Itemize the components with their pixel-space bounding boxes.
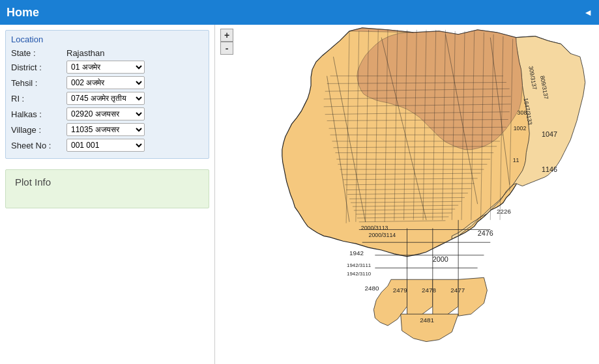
- app: Home ◄ Location State : Rajasthan Distri…: [0, 0, 599, 364]
- plot-1047: 1047: [542, 130, 557, 138]
- header: Home ◄: [0, 0, 599, 25]
- map-svg: 1047 1146 809/3137 309/3137 1647/3133 30…: [215, 25, 599, 364]
- sheet-row: Sheet No : 001 001: [11, 139, 203, 152]
- ri-label: RI :: [11, 94, 66, 104]
- state-row: State : Rajasthan: [11, 48, 203, 58]
- state-value: Rajasthan: [66, 48, 105, 58]
- zoom-in-button[interactable]: +: [220, 29, 233, 42]
- state-label: State :: [11, 48, 66, 58]
- map-area[interactable]: + -: [215, 25, 599, 364]
- plot-info-label: Plot Info: [15, 176, 199, 188]
- tehsil-label: Tehsil :: [11, 78, 66, 88]
- plot-2000-3114: 2000/3114: [369, 232, 396, 238]
- plot-2000: 2000: [433, 255, 448, 263]
- village-label: Village :: [11, 125, 66, 135]
- map-controls: + -: [220, 29, 233, 55]
- sidebar: Location State : Rajasthan District : 01…: [0, 25, 215, 364]
- main-content: Location State : Rajasthan District : 01…: [0, 25, 599, 364]
- tehsil-row: Tehsil : 002 अजमेर: [11, 76, 203, 89]
- plot-11x: 11: [513, 157, 519, 163]
- plot-2000-3113: 2000/3113: [361, 225, 388, 231]
- sheet-select[interactable]: 001 001: [66, 139, 145, 152]
- plot-2478: 2478: [422, 287, 436, 294]
- halkas-row: Halkas : 02920 अजयसर: [11, 107, 203, 120]
- district-select[interactable]: 01 अजमेर: [66, 61, 145, 74]
- header-title: Home: [7, 6, 39, 20]
- plot-2479: 2479: [393, 287, 407, 294]
- ri-select[interactable]: 0745 अजमेर तृतीय: [66, 92, 145, 105]
- location-label: Location: [11, 35, 203, 44]
- plot-2477: 2477: [450, 287, 465, 294]
- tehsil-select[interactable]: 002 अजमेर: [66, 76, 145, 89]
- halkas-label: Halkas :: [11, 109, 66, 119]
- plot-2226: 2226: [497, 208, 511, 215]
- sheet-label: Sheet No :: [11, 141, 66, 150]
- plot-1942: 1942: [349, 249, 364, 257]
- plot-info-section: Plot Info: [5, 169, 209, 208]
- location-section: Location State : Rajasthan District : 01…: [5, 30, 209, 159]
- plot-1942-3110: 1942/3110: [347, 271, 372, 277]
- district-row: District : 01 अजमेर: [11, 61, 203, 74]
- plot-1942-3111: 1942/3111: [347, 262, 371, 268]
- halkas-select[interactable]: 02920 अजयसर: [66, 107, 145, 120]
- zoom-out-button[interactable]: -: [220, 42, 233, 55]
- plot-1002: 1002: [514, 125, 527, 132]
- plot-2480: 2480: [365, 285, 379, 292]
- district-label: District :: [11, 63, 66, 72]
- village-row: Village : 11035 अजयसर: [11, 123, 203, 136]
- plot-1146: 1146: [542, 165, 557, 173]
- collapse-button[interactable]: ◄: [583, 7, 592, 18]
- plot-2481: 2481: [420, 316, 434, 324]
- plot-2476: 2476: [478, 229, 493, 237]
- ri-row: RI : 0745 अजमेर तृतीय: [11, 92, 203, 105]
- village-select[interactable]: 11035 अजयसर: [66, 123, 145, 136]
- plot-308: 308: [518, 109, 527, 116]
